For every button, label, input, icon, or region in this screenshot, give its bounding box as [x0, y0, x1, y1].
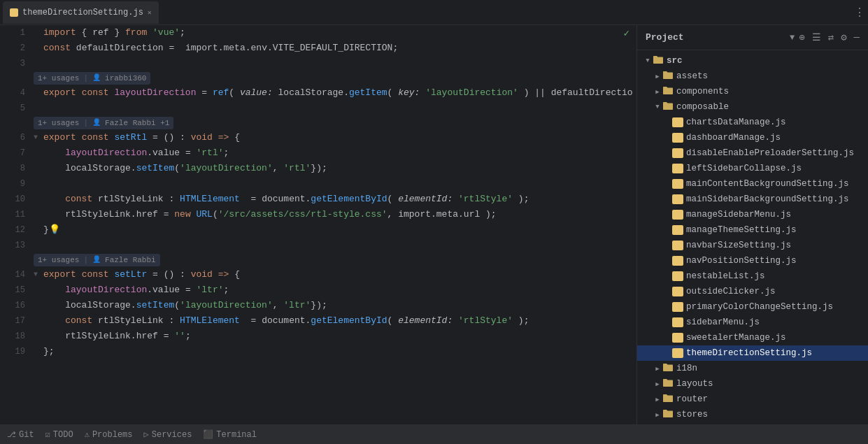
line-num-8: 8 [0, 161, 34, 176]
tree-item-nestableList[interactable]: nestableList.js [637, 268, 868, 284]
line-content-17: const rtlStyleLink : HTMLElement = docum… [43, 313, 636, 329]
more-options-icon[interactable]: ⋮ [854, 6, 865, 20]
line-content-16: localStorage.setItem('layoutDirection', … [43, 298, 636, 313]
js-icon-primaryColorChangeSetting.js [672, 302, 683, 312]
services-label: Services [152, 430, 192, 440]
tree-label-router: router [676, 394, 708, 404]
chevron-stores[interactable]: ▶ [653, 411, 662, 419]
code-line-13: 13 [0, 238, 636, 253]
tree-item-components[interactable]: ▶ components [637, 84, 868, 99]
line-num-3: 3 [0, 56, 34, 71]
add-icon[interactable]: ⊕ [799, 31, 804, 43]
js-icon-navPositionSetting.js [672, 256, 683, 266]
code-line-8: 8 localStorage.setItem('layoutDirection'… [0, 161, 636, 176]
meta-hint-line6: 1+ usages | 👤 Fazle Rabbi +1 [0, 116, 636, 130]
user-icon-1: 👤 [92, 72, 101, 85]
line-num-5: 5 [0, 101, 34, 116]
tree-item-chartsDataManage[interactable]: chartsDataManage.js [637, 115, 868, 130]
tree-label-layouts: layouts [676, 379, 713, 389]
tree-label-dashboardManage.js: dashboardManage.js [686, 133, 781, 143]
tree-item-i18n[interactable]: ▶ i18n [637, 361, 868, 376]
settings-icon[interactable]: ⚙ [841, 31, 846, 43]
line-content-8: localStorage.setItem('layoutDirection', … [43, 161, 636, 176]
line-content-2: const defaultDirection = import.meta.env… [43, 41, 636, 56]
tree-item-layouts[interactable]: ▶ layouts [637, 376, 868, 392]
tree-label-sidebarMenu.js: sidebarMenu.js [686, 317, 760, 327]
tree-item-stores[interactable]: ▶ stores [637, 407, 868, 422]
tree-label-navbarSizeSetting.js: navbarSizeSetting.js [686, 241, 791, 250]
tab-bar: themeDirectionSetting.js ✕ ⋮ [0, 0, 868, 25]
status-bar: ⎇ Git ☑ TODO ⚠ Problems ▷ Services ⬛ Ter… [0, 424, 868, 444]
tree-label-sweetalertManage.js: sweetalertManage.js [686, 333, 786, 343]
tree-item-dashboardManage[interactable]: dashboardManage.js [637, 130, 868, 145]
tab-theme-direction[interactable]: themeDirectionSetting.js ✕ [3, 1, 159, 24]
chevron-components[interactable]: ▶ [653, 88, 662, 96]
tree-item-themeDirectionSetting[interactable]: themeDirectionSetting.js [637, 345, 868, 361]
tree-item-sidebarMenu[interactable]: sidebarMenu.js [637, 315, 868, 330]
chevron-i18n[interactable]: ▶ [653, 365, 662, 373]
project-dropdown-icon[interactable]: ▼ [790, 33, 795, 43]
folder-icon-src [653, 55, 664, 67]
line-num-10: 10 [0, 192, 34, 207]
code-area[interactable]: 1 import { ref } from 'vue'; ✓ 2 const d… [0, 25, 636, 424]
close-tab-button[interactable]: ✕ [148, 8, 152, 17]
tree-item-outsideClicker[interactable]: outsideClicker.js [637, 284, 868, 299]
js-icon-mainContentBackgroundSetting.js [672, 179, 683, 189]
tree-label-stores: stores [676, 410, 708, 420]
js-icon-disableEnablePreloaderSetting.js [672, 148, 683, 158]
tree-item-router[interactable]: ▶ router [637, 392, 868, 407]
list-icon[interactable]: ☰ [812, 31, 821, 43]
main-content: 1 import { ref } from 'vue'; ✓ 2 const d… [0, 25, 868, 424]
project-title: Project [646, 32, 785, 43]
chevron-router[interactable]: ▶ [653, 396, 662, 403]
tree-item-navPositionSetting[interactable]: navPositionSetting.js [637, 253, 868, 268]
line-content-4: export const layoutDirection = ref( valu… [43, 85, 636, 101]
user-icon-2: 👤 [92, 117, 101, 129]
project-tree[interactable]: ▼ src ▶ assets ▶ [637, 50, 868, 424]
tree-label-navPositionSetting.js: navPositionSetting.js [686, 256, 797, 266]
tree-label-outsideClicker.js: outsideClicker.js [686, 287, 776, 296]
line-num-15: 15 [0, 282, 34, 298]
tree-item-mainContentBackgroundSetting[interactable]: mainContentBackgroundSetting.js [637, 176, 868, 192]
tree-item-manageSidebarMenu[interactable]: manageSidebarMenu.js [637, 207, 868, 222]
tab-label: themeDirectionSetting.js [22, 8, 143, 17]
tree-label-mainSidebarBackgroundSetting.js: mainSidebarBackgroundSetting.js [686, 194, 849, 204]
tree-label-assets: assets [676, 71, 708, 81]
status-problems[interactable]: ⚠ Problems [85, 429, 133, 440]
chevron-src[interactable]: ▼ [643, 57, 653, 64]
status-git[interactable]: ⎇ Git [7, 430, 34, 440]
user-icon-3: 👤 [92, 254, 101, 266]
tree-item-leftSidebarCollapse[interactable]: leftSidebarCollapse.js [637, 161, 868, 176]
tree-item-manageThemeSetting[interactable]: manageThemeSetting.js [637, 222, 868, 238]
code-line-17: 17 const rtlStyleLink : HTMLElement = do… [0, 313, 636, 329]
tree-label-manageThemeSetting.js: manageThemeSetting.js [686, 225, 797, 235]
chevron-layouts[interactable]: ▶ [653, 380, 662, 388]
tree-label-themeDirectionSetting.js: themeDirectionSetting.js [686, 348, 812, 358]
tree-item-sweetalertManage[interactable]: sweetalertManage.js [637, 330, 868, 345]
code-line-3: 3 [0, 56, 636, 71]
line-num-17: 17 [0, 313, 34, 329]
chevron-assets[interactable]: ▶ [653, 73, 662, 80]
collapse-icon[interactable]: ⇄ [828, 31, 834, 43]
git-icon: ⎇ [7, 430, 16, 439]
user-name-1: irabbi360 [105, 72, 146, 85]
tree-item-navbarSizeSetting[interactable]: navbarSizeSetting.js [637, 238, 868, 253]
status-terminal[interactable]: ⬛ Terminal [203, 429, 257, 440]
tree-item-src[interactable]: ▼ src [637, 53, 868, 69]
fold-14[interactable]: ▼ [34, 267, 43, 282]
tree-item-mainSidebarBackgroundSetting[interactable]: mainSidebarBackgroundSetting.js [637, 192, 868, 207]
chevron-composable[interactable]: ▼ [653, 103, 662, 110]
js-icon-manageSidebarMenu.js [672, 210, 683, 220]
folder-icon-layouts [662, 378, 674, 390]
code-line-19: 19 }; [0, 344, 636, 359]
folder-icon-router [662, 393, 674, 406]
tree-item-primaryColorChangeSetting[interactable]: primaryColorChangeSetting.js [637, 299, 868, 315]
tree-item-composable[interactable]: ▼ composable [637, 99, 868, 115]
fold-6[interactable]: ▼ [34, 130, 43, 145]
tree-item-disableEnablePreloaderSetting[interactable]: disableEnablePreloaderSetting.js [637, 145, 868, 161]
status-services[interactable]: ▷ Services [144, 429, 192, 440]
minimize-icon[interactable]: — [854, 31, 860, 43]
tree-item-assets[interactable]: ▶ assets [637, 69, 868, 84]
tree-label-manageSidebarMenu.js: manageSidebarMenu.js [686, 210, 791, 220]
status-todo[interactable]: ☑ TODO [45, 429, 73, 440]
